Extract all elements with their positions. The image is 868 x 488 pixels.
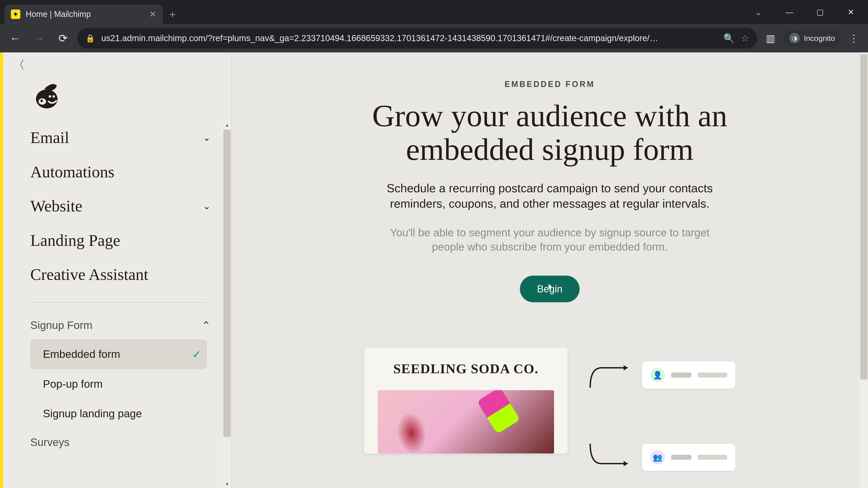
sidebar-item-label: Automations — [30, 164, 114, 181]
sidebar-subitem-signup-landing-page[interactable]: Signup landing page — [30, 399, 207, 428]
sidebar-subitem-label: Signup landing page — [43, 408, 142, 420]
new-tab-button[interactable]: ＋ — [163, 4, 182, 24]
sidebar-item-label: Signup Form — [30, 319, 92, 331]
main-scrollbar[interactable] — [860, 53, 868, 488]
lock-icon: 🔒 — [86, 34, 95, 43]
freddie-icon — [30, 80, 62, 111]
nav-reload-button[interactable]: ⟳ — [53, 29, 73, 48]
sidebar-item-label: Landing Page — [30, 232, 120, 249]
hero-fineprint: You'll be able to segment your audience … — [373, 226, 726, 254]
flow-arrow-icon — [588, 361, 633, 389]
scrollbar-thumb[interactable] — [860, 54, 868, 380]
placeholder-bar — [671, 455, 691, 460]
demo-card-image — [378, 390, 554, 453]
placeholder-bar — [671, 372, 691, 378]
incognito-label: Incognito — [804, 34, 835, 43]
mailchimp-favicon: ✶ — [11, 9, 20, 19]
hero-title: Grow your audience with an embedded sign… — [355, 99, 744, 166]
nav-forward-button[interactable]: → — [29, 29, 49, 48]
browser-address-bar: ← → ⟳ 🔒 us21.admin.mailchimp.com/?ref=pl… — [0, 24, 868, 53]
sidebar-item-label: Surveys — [30, 436, 69, 448]
hero-illustration: SEEDLING SODA CO. 👤 — [364, 348, 735, 471]
sidebar-subitem-popup-form[interactable]: Pop-up form — [30, 369, 207, 399]
flow-arrow-icon — [588, 443, 633, 471]
sidebar-subitem-embedded-form[interactable]: Embedded form ✓ — [30, 339, 207, 369]
back-chevron-icon[interactable]: 〈 — [13, 57, 25, 73]
scrollbar-thumb[interactable] — [223, 130, 230, 437]
sidebar-item-email[interactable]: Email ⌄ — [30, 121, 216, 155]
window-controls: ⌄ ― ▢ ✕ — [745, 0, 868, 24]
main-content: EMBEDDED FORM Grow your audience with an… — [231, 53, 868, 488]
browser-tab-title: Home | Mailchimp — [26, 9, 144, 19]
page-viewport: 〈 Email — [0, 53, 868, 488]
browser-tab-active[interactable]: ✶ Home | Mailchimp ✕ — [4, 4, 163, 24]
url-field[interactable]: 🔒 us21.admin.mailchimp.com/?ref=plums_na… — [77, 28, 757, 48]
sidebar-item-automations[interactable]: Automations — [30, 155, 216, 189]
user-avatar-icon: 👤 — [650, 368, 665, 382]
bookmark-star-icon[interactable]: ☆ — [741, 33, 749, 43]
check-icon: ✓ — [192, 348, 201, 361]
window-maximize-button[interactable]: ▢ — [807, 2, 834, 22]
sidebar: 〈 Email — [3, 53, 231, 488]
incognito-chip[interactable]: ◑ Incognito — [783, 29, 841, 47]
signup-form-sublist: Embedded form ✓ Pop-up form Signup landi… — [30, 337, 216, 428]
sidebar-divider — [30, 302, 207, 303]
begin-button[interactable]: Begin — [520, 275, 580, 302]
hero-eyebrow: EMBEDDED FORM — [504, 79, 595, 89]
close-tab-icon[interactable]: ✕ — [149, 10, 156, 19]
svg-point-3 — [49, 95, 51, 98]
svg-point-4 — [53, 95, 55, 98]
users-avatar-icon: 👥 — [650, 450, 665, 464]
sidebar-item-creative-assistant[interactable]: Creative Assistant — [30, 258, 216, 292]
search-in-page-icon[interactable]: 🔍 — [723, 33, 735, 43]
window-close-button[interactable]: ✕ — [837, 2, 864, 22]
sidebar-subitem-label: Embedded form — [43, 348, 120, 360]
svg-point-2 — [40, 100, 43, 102]
scroll-down-icon[interactable]: ▾ — [223, 480, 231, 488]
chevron-down-icon: ⌄ — [203, 201, 216, 211]
url-text: us21.admin.mailchimp.com/?ref=plums_nav&… — [101, 33, 717, 43]
chevron-down-icon: ⌄ — [203, 133, 216, 142]
begin-button-label: Begin — [537, 283, 563, 294]
hero-body: Schedule a recurring postcard campaign t… — [378, 181, 721, 211]
sidebar-item-surveys[interactable]: Surveys — [30, 428, 216, 456]
demo-card: SEEDLING SODA CO. — [364, 348, 567, 453]
browser-tab-bar: ✶ Home | Mailchimp ✕ ＋ ⌄ ― ▢ ✕ — [0, 0, 868, 24]
sidebar-item-label: Email — [30, 129, 69, 147]
window-minimize-button[interactable]: ― — [776, 2, 803, 22]
side-panel-icon[interactable]: ▥ — [762, 29, 779, 47]
demo-card-brand: SEEDLING SODA CO. — [378, 361, 554, 377]
incognito-icon: ◑ — [789, 33, 800, 43]
flow-contact-chip: 👤 — [642, 361, 735, 389]
chevron-up-icon: ⌃ — [202, 319, 211, 332]
tab-search-icon[interactable]: ⌄ — [745, 2, 772, 22]
flow-contact-chip: 👥 — [642, 444, 735, 471]
flow-diagram: 👤 👥 — [588, 348, 735, 471]
nav-back-button[interactable]: ← — [5, 29, 25, 48]
sidebar-item-website[interactable]: Website ⌄ — [30, 189, 216, 223]
sidebar-item-signup-form[interactable]: Signup Form ⌃ — [30, 313, 216, 337]
placeholder-bar — [698, 455, 727, 460]
sidebar-item-landing-page[interactable]: Landing Page — [30, 223, 216, 258]
mailchimp-logo[interactable] — [30, 80, 62, 111]
sidebar-scrollbar[interactable]: ▴ ▾ — [223, 121, 231, 488]
sidebar-subitem-label: Pop-up form — [43, 378, 103, 390]
chrome-menu-icon[interactable]: ⋮ — [845, 29, 863, 47]
sidebar-item-label: Website — [30, 198, 82, 215]
sidebar-item-label: Creative Assistant — [30, 266, 148, 283]
placeholder-bar — [698, 372, 727, 378]
scroll-up-icon[interactable]: ▴ — [223, 121, 231, 129]
